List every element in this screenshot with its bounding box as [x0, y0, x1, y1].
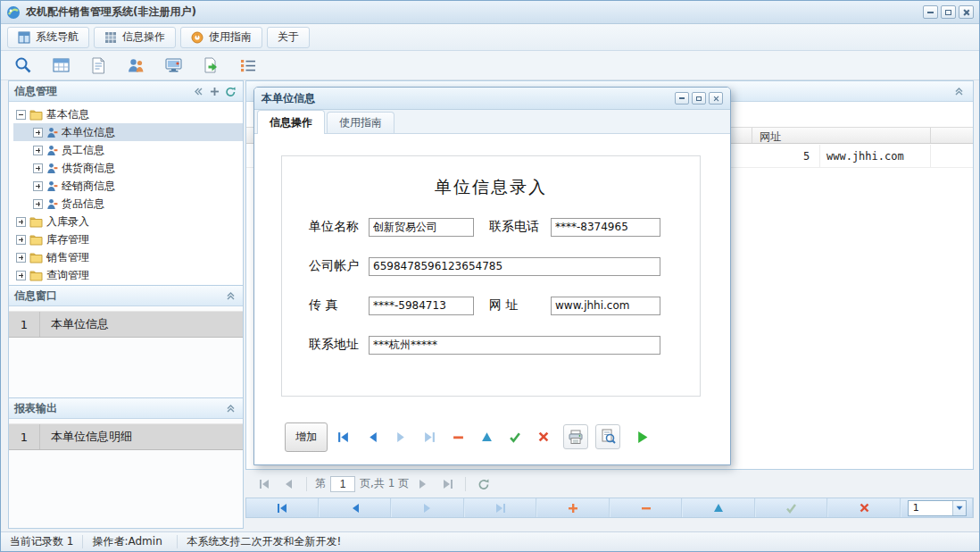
expand-node-icon[interactable] — [16, 253, 26, 263]
dialog-close-button[interactable] — [709, 92, 723, 105]
last-page-button[interactable] — [437, 475, 457, 493]
prev-page-button[interactable] — [278, 475, 298, 493]
prev-record-button[interactable] — [360, 424, 385, 449]
export-button[interactable] — [199, 54, 222, 77]
list-button[interactable] — [237, 54, 260, 77]
company-name-input[interactable] — [369, 218, 474, 237]
page-number-input[interactable] — [330, 476, 355, 492]
fax-input[interactable] — [369, 297, 474, 315]
expand-node-icon[interactable] — [33, 128, 43, 138]
collapse-panel-button[interactable] — [224, 402, 237, 415]
cell-divider — [930, 145, 931, 167]
info-window-list: 1 本单位信息 — [9, 306, 243, 397]
tree-item-inbound-entry[interactable]: 入库录入 — [13, 213, 243, 230]
tree-item-label: 员工信息 — [62, 143, 104, 158]
tree-item-supplier-info[interactable]: 供货商信息 — [13, 159, 243, 177]
table-button[interactable] — [49, 54, 72, 77]
record-count-selector[interactable]: 1 — [908, 500, 967, 516]
next-page-button[interactable] — [413, 475, 433, 493]
dialog-tab-info-operations[interactable]: 信息操作 — [257, 110, 325, 134]
tree-item-sales-mgmt[interactable]: 销售管理 — [13, 248, 243, 266]
add-panel-button[interactable] — [208, 85, 221, 98]
expand-node-icon[interactable] — [33, 181, 43, 191]
first-record-button[interactable] — [331, 424, 356, 449]
web-input[interactable] — [551, 297, 660, 315]
delete-record-button[interactable] — [610, 498, 684, 517]
prev-record-button[interactable] — [320, 498, 393, 517]
expand-node-icon[interactable] — [33, 199, 43, 209]
tree-item-label: 库存管理 — [46, 232, 89, 247]
dropdown-button[interactable] — [952, 501, 966, 515]
dialog-minimize-button[interactable] — [675, 92, 689, 105]
minimize-button[interactable] — [923, 5, 938, 19]
nav-window-icon — [18, 31, 30, 44]
tab-info-operations[interactable]: 信息操作 — [94, 27, 176, 48]
company-name-label: 单位名称 — [309, 219, 369, 235]
folder-icon — [29, 109, 43, 121]
run-button[interactable] — [629, 424, 654, 449]
list-item[interactable]: 1 本单位信息明细 — [9, 423, 243, 450]
tree-item-dealer-info[interactable]: 经销商信息 — [13, 177, 243, 195]
status-bar: 当前记录数 1 操作者:Admin 本系统支持二次开发和全新开发! — [1, 531, 979, 551]
tree-item-goods-info[interactable]: 货品信息 — [13, 195, 243, 213]
dialog-maximize-button[interactable] — [692, 92, 706, 105]
print-button[interactable] — [563, 424, 588, 449]
next-record-button[interactable] — [392, 498, 465, 517]
column-header-web[interactable]: 网址 — [760, 130, 781, 145]
preview-button[interactable] — [595, 424, 620, 449]
tree-item-label: 基本信息 — [46, 107, 89, 122]
confirm-record-button[interactable] — [502, 424, 527, 449]
refresh-button[interactable] — [474, 475, 494, 493]
refresh-tree-button[interactable] — [224, 85, 237, 98]
edit-record-button[interactable] — [474, 424, 499, 449]
monitor-button[interactable] — [162, 54, 185, 77]
dialog-tab-user-guide[interactable]: 使用指南 — [327, 112, 394, 133]
users-button[interactable] — [124, 54, 147, 77]
account-input[interactable] — [369, 257, 660, 276]
collapse-panel-button[interactable] — [224, 289, 237, 303]
cancel-record-button[interactable] — [531, 424, 556, 449]
tree-item-employee-info[interactable]: 员工信息 — [13, 141, 243, 159]
first-record-button[interactable] — [246, 498, 320, 517]
list-item[interactable]: 1 本单位信息 — [9, 311, 243, 338]
add-button[interactable]: 增加 — [285, 422, 328, 452]
last-record-button[interactable] — [417, 424, 442, 449]
collapse-panel-button[interactable] — [952, 85, 966, 98]
address-input[interactable] — [369, 336, 660, 355]
phone-input[interactable] — [551, 218, 660, 237]
tree-item-company-info[interactable]: 本单位信息 — [13, 123, 243, 141]
tree-item-query-mgmt[interactable]: 查询管理 — [13, 266, 243, 284]
folder-icon — [29, 270, 43, 281]
close-button[interactable] — [959, 5, 974, 19]
tree-item-inventory-mgmt[interactable]: 库存管理 — [13, 230, 243, 248]
confirm-record-button[interactable] — [756, 498, 829, 517]
expand-node-icon[interactable] — [33, 163, 43, 173]
first-page-button[interactable] — [254, 475, 274, 493]
tab-about[interactable]: 关于 — [267, 27, 310, 48]
cancel-record-button[interactable] — [828, 498, 901, 517]
delete-record-button[interactable] — [445, 424, 470, 449]
expand-node-icon[interactable] — [16, 217, 26, 227]
panel-title: 信息管理 — [14, 84, 57, 99]
restore-button[interactable] — [941, 5, 956, 19]
next-record-button[interactable] — [388, 424, 413, 449]
last-record-button[interactable] — [465, 498, 538, 517]
expand-node-icon[interactable] — [16, 235, 26, 245]
cell-account-tail: 5 — [803, 150, 814, 163]
list-item-label: 本单位信息明细 — [40, 429, 132, 445]
dialog-titlebar[interactable]: 本单位信息 — [254, 88, 730, 110]
collapse-left-button[interactable] — [192, 85, 205, 98]
edit-record-button[interactable] — [683, 498, 756, 517]
tab-user-guide[interactable]: 使用指南 — [180, 27, 262, 48]
add-record-button[interactable] — [537, 498, 610, 517]
dialog-record-toolbar: 增加 — [285, 420, 654, 454]
expand-node-icon[interactable] — [16, 271, 26, 280]
tree-item-label: 经销商信息 — [62, 179, 115, 194]
tree-item-basic-info[interactable]: 基本信息 — [13, 105, 243, 123]
export-icon — [203, 57, 220, 74]
document-button[interactable] — [87, 54, 110, 77]
search-button[interactable] — [12, 54, 35, 77]
tab-system-navigation[interactable]: 系统导航 — [7, 27, 89, 48]
collapse-node-icon[interactable] — [16, 110, 26, 120]
expand-node-icon[interactable] — [33, 146, 43, 155]
